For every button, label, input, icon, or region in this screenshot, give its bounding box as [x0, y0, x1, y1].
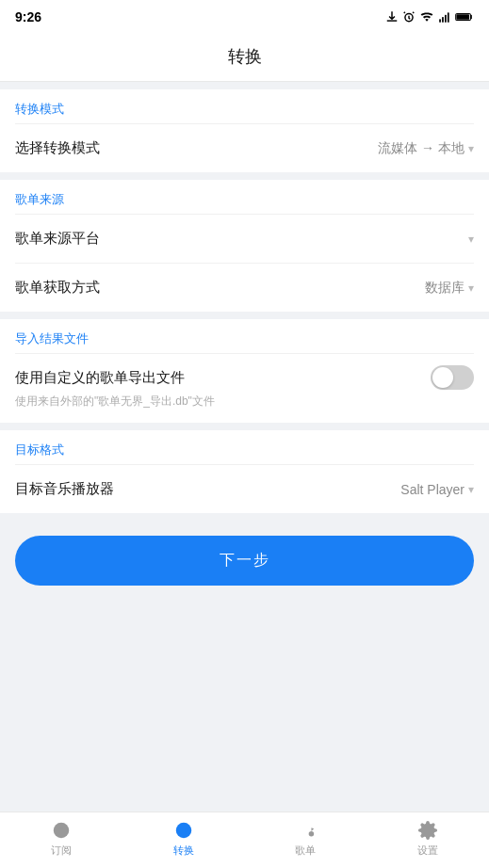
next-step-button[interactable]: 下一步: [15, 536, 474, 586]
playlist-fetch-value[interactable]: 数据库 ▾: [425, 280, 474, 297]
target-player-value[interactable]: Salt Player ▾: [400, 482, 474, 497]
playlist-fetch-row[interactable]: 歌单获取方式 数据库 ▾: [15, 263, 474, 312]
target-player-label: 目标音乐播放器: [15, 480, 114, 498]
main-content: 转换模式 选择转换模式 流媒体 → 本地 ▾ 歌单来源 歌单来源平台 ▾ 歌单获…: [0, 82, 489, 812]
target-format-label: 目标格式: [15, 430, 474, 464]
nav-item-convert[interactable]: 转换: [122, 819, 245, 858]
signal-icon: [438, 10, 451, 24]
nav-item-settings[interactable]: 设置: [367, 819, 489, 858]
nav-label-convert: 转换: [173, 844, 194, 858]
custom-file-title: 使用自定义的歌单导出文件: [15, 369, 185, 387]
playlist-platform-chevron: ▾: [468, 233, 474, 246]
svg-rect-1: [439, 19, 441, 23]
playlist-platform-row[interactable]: 歌单来源平台 ▾: [15, 214, 474, 263]
svg-rect-4: [448, 12, 449, 22]
nav-label-settings: 设置: [417, 844, 438, 858]
button-area: 下一步: [0, 521, 489, 601]
section-import-result: 导入结果文件 使用自定义的歌单导出文件 使用来自外部的"歌单无界_导出.db"文…: [0, 319, 489, 423]
svg-rect-6: [456, 14, 469, 20]
target-player-chevron: ▾: [468, 483, 474, 496]
nav-item-playlist[interactable]: 歌单: [245, 819, 367, 858]
svg-rect-2: [442, 17, 444, 23]
status-time: 9:26: [15, 9, 41, 24]
nav-icon-convert: [172, 819, 195, 842]
conversion-mode-row[interactable]: 选择转换模式 流媒体 → 本地 ▾: [15, 123, 474, 172]
nav-icon-import: [50, 819, 73, 842]
status-bar: 9:26: [0, 0, 489, 34]
section-target-format: 目标格式 目标音乐播放器 Salt Player ▾: [0, 430, 489, 513]
nav-label-playlist: 歌单: [295, 844, 316, 858]
svg-rect-3: [445, 15, 447, 23]
conversion-mode-row-label: 选择转换模式: [15, 139, 100, 157]
wifi-icon: [419, 10, 434, 24]
playlist-fetch-chevron: ▾: [468, 281, 474, 295]
playlist-platform-label: 歌单来源平台: [15, 230, 100, 248]
conversion-mode-chevron: ▾: [468, 142, 474, 155]
custom-file-subtitle: 使用来自外部的"歌单无界_导出.db"文件: [15, 394, 474, 410]
nav-icon-settings: [416, 819, 439, 842]
bottom-nav: 订阅 转换 歌单 设置: [0, 812, 489, 868]
target-player-row[interactable]: 目标音乐播放器 Salt Player ▾: [15, 464, 474, 513]
section-playlist-source: 歌单来源 歌单来源平台 ▾ 歌单获取方式 数据库 ▾: [0, 180, 489, 312]
nav-icon-playlist: [294, 819, 317, 842]
svg-point-9: [309, 831, 315, 837]
page-title: 转换: [228, 47, 262, 66]
page-title-bar: 转换: [0, 34, 489, 82]
nav-label-import: 订阅: [51, 844, 72, 858]
custom-file-row: 使用自定义的歌单导出文件 使用来自外部的"歌单无界_导出.db"文件: [15, 353, 474, 423]
svg-point-8: [175, 823, 191, 839]
battery-icon: [455, 11, 474, 23]
nav-item-import[interactable]: 订阅: [0, 819, 122, 858]
playlist-fetch-label: 歌单获取方式: [15, 279, 100, 297]
status-icons: [385, 10, 474, 24]
custom-file-header: 使用自定义的歌单导出文件: [15, 365, 474, 390]
conversion-mode-label: 转换模式: [15, 89, 474, 123]
custom-file-toggle[interactable]: [431, 365, 474, 390]
playlist-platform-value[interactable]: ▾: [465, 233, 474, 246]
playlist-source-label: 歌单来源: [15, 180, 474, 214]
conversion-mode-row-value[interactable]: 流媒体 → 本地 ▾: [378, 140, 474, 157]
alarm-icon: [402, 10, 416, 24]
download-icon: [385, 10, 399, 24]
import-result-label: 导入结果文件: [15, 319, 474, 353]
section-conversion-mode: 转换模式 选择转换模式 流媒体 → 本地 ▾: [0, 89, 489, 172]
